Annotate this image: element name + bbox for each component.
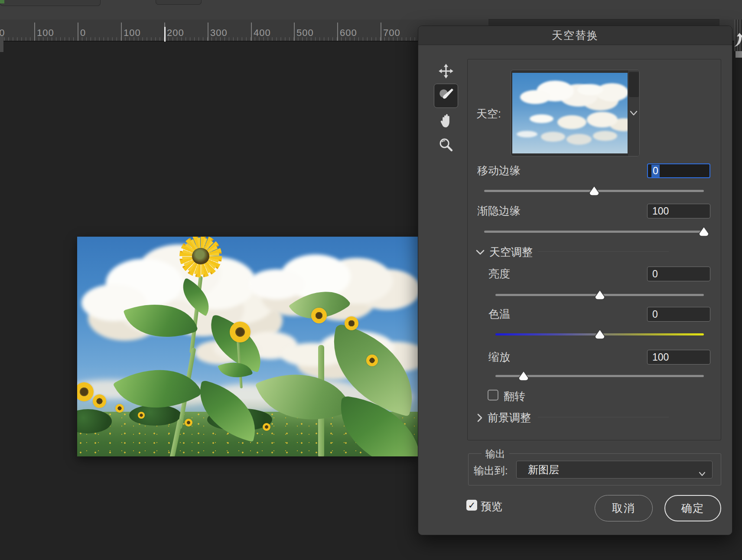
hand-icon xyxy=(438,113,454,130)
temperature-label: 色温 xyxy=(488,307,510,321)
ruler-major-tick xyxy=(78,23,78,41)
brightness-label: 亮度 xyxy=(488,267,510,281)
ruler-tick-label: 0 xyxy=(80,27,86,39)
chevron-down-icon xyxy=(475,249,485,256)
preview-checkbox[interactable]: ✓ xyxy=(466,500,477,511)
zoom-icon xyxy=(438,137,454,154)
background-panel xyxy=(488,18,719,26)
sunflower-head xyxy=(345,316,358,330)
ruler-major-tick xyxy=(294,23,295,41)
photo-cloud xyxy=(248,269,305,300)
fade-edge-input[interactable]: 100 xyxy=(647,204,710,218)
sky-row-label: 天空: xyxy=(476,107,501,121)
flip-label: 翻转 xyxy=(504,389,525,404)
foreground-adjust-header[interactable]: 前景调整 xyxy=(476,410,531,425)
ruler-major-tick xyxy=(381,23,381,41)
sunflower-head xyxy=(93,394,106,408)
dialog-title: 天空替换 xyxy=(552,28,599,42)
section-divider xyxy=(538,251,669,252)
sunflower-head xyxy=(366,355,378,366)
foreground-adjust-title: 前景调整 xyxy=(488,410,531,425)
fade-edge-slider[interactable] xyxy=(484,231,704,233)
preview-label: 预览 xyxy=(481,499,502,514)
canvas-image[interactable] xyxy=(77,237,418,456)
sky-adjust-title: 天空调整 xyxy=(489,245,533,259)
move-icon xyxy=(438,63,454,81)
scale-input[interactable]: 100 xyxy=(647,350,710,365)
sky-preset-dropdown[interactable] xyxy=(511,70,640,156)
sky-replacement-dialog: 天空替换 xyxy=(418,26,732,535)
section-divider xyxy=(538,417,669,417)
shift-edge-slider[interactable] xyxy=(484,190,704,192)
ruler-corner xyxy=(0,36,3,52)
slider-thumb[interactable] xyxy=(518,371,529,381)
scale-value: 100 xyxy=(652,352,669,363)
sky-brush-icon xyxy=(438,87,454,105)
fade-edge-value: 100 xyxy=(652,205,669,217)
sunflower-head xyxy=(115,404,124,413)
scale-slider[interactable] xyxy=(495,375,704,377)
ruler-cursor-marker xyxy=(164,27,166,42)
shift-edge-value: 0 xyxy=(651,165,660,177)
ruler-major-tick xyxy=(34,23,35,41)
sky-brush-tool-button[interactable] xyxy=(434,84,458,108)
shift-edge-input[interactable]: 0 xyxy=(647,163,710,178)
scrollbar-thumb[interactable] xyxy=(629,72,639,97)
ruler-major-tick xyxy=(121,23,122,41)
shift-edge-label: 移动边缘 xyxy=(477,163,521,178)
ruler-major-tick xyxy=(251,23,252,41)
fade-edge-label: 渐隐边缘 xyxy=(477,204,521,218)
ok-button[interactable]: 确定 xyxy=(664,495,721,521)
options-bar xyxy=(0,0,742,20)
slider-thumb[interactable] xyxy=(595,290,605,300)
brightness-slider[interactable] xyxy=(495,294,704,296)
sky-preset-thumbnail xyxy=(512,73,628,153)
temperature-input[interactable]: 0 xyxy=(647,307,710,322)
toolbar-stub xyxy=(156,0,202,5)
sunflower-head xyxy=(179,237,222,277)
chevron-down-icon xyxy=(698,467,706,479)
ruler-tick-label: 500 xyxy=(296,27,314,39)
output-legend: 输出 xyxy=(482,447,509,461)
move-tool-button[interactable] xyxy=(434,60,458,84)
chevron-down-icon[interactable] xyxy=(629,110,638,118)
ruler-tick-label: 300 xyxy=(210,27,228,39)
slider-thumb[interactable] xyxy=(595,329,605,339)
zoom-tool-button[interactable] xyxy=(434,133,458,158)
photoshop-window: 001000100200300400500600700 xyxy=(0,0,742,560)
temperature-slider[interactable] xyxy=(495,333,704,335)
slider-thumb[interactable] xyxy=(699,226,709,237)
output-to-value: 新图层 xyxy=(528,463,559,477)
sunflower-head xyxy=(311,308,327,323)
panel-edge-fragment xyxy=(735,51,742,58)
dialog-titlebar[interactable]: 天空替换 xyxy=(418,26,732,45)
document-tab[interactable] xyxy=(0,0,101,6)
scale-label: 缩放 xyxy=(488,350,510,364)
sunflower-head xyxy=(185,419,192,427)
tool-icon-stub xyxy=(0,0,4,3)
ruler-tick-label: 600 xyxy=(340,27,357,39)
sunflower-head xyxy=(138,412,145,419)
ruler-major-tick xyxy=(337,23,338,41)
sunflower-head xyxy=(263,423,270,431)
chevron-right-icon xyxy=(476,413,483,423)
sky-adjust-header[interactable]: 天空调整 xyxy=(475,245,533,259)
temperature-value: 0 xyxy=(652,309,658,320)
output-to-dropdown[interactable]: 新图层 xyxy=(516,461,713,479)
hand-tool-button[interactable] xyxy=(434,110,458,134)
brightness-input[interactable]: 0 xyxy=(647,267,710,281)
output-to-label: 输出到: xyxy=(474,464,508,478)
ruler-tick-label: 400 xyxy=(254,27,271,39)
ruler-tick-label: 700 xyxy=(383,27,400,39)
ruler-tick-label: 100 xyxy=(124,27,141,39)
brightness-value: 0 xyxy=(652,268,658,280)
photo-bush xyxy=(129,405,181,426)
sunflower-head xyxy=(230,322,251,342)
slider-thumb[interactable] xyxy=(589,186,599,196)
ruler-tick-label: 100 xyxy=(37,27,54,39)
cancel-button[interactable]: 取消 xyxy=(595,495,653,521)
flip-checkbox[interactable] xyxy=(488,390,498,400)
revert-arrow-icon[interactable] xyxy=(733,32,742,51)
ruler-tick-label: 200 xyxy=(167,27,184,39)
ruler-major-tick xyxy=(208,23,208,41)
